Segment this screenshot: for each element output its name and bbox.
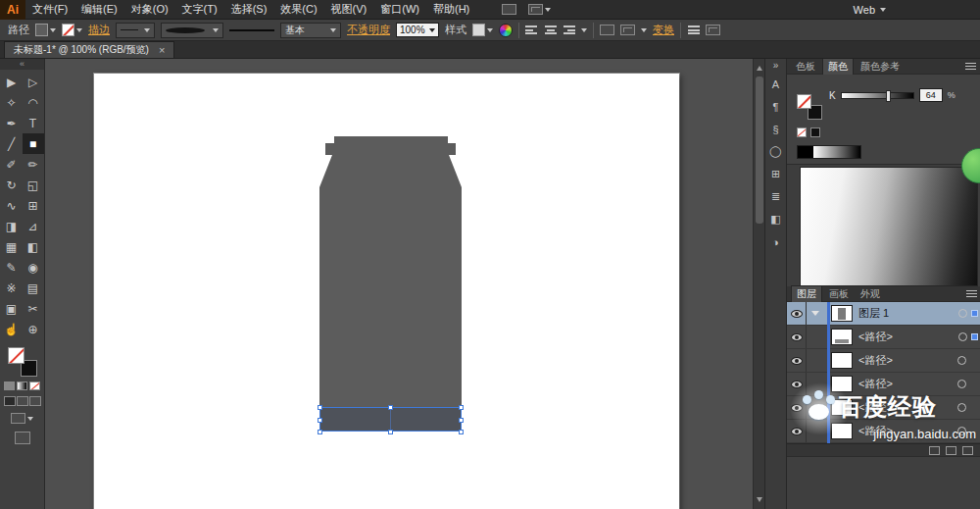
- paintbrush-tool[interactable]: ✐: [1, 154, 23, 175]
- pathfinder-panel-icon[interactable]: ◧: [766, 210, 786, 229]
- more-options-icon[interactable]: [706, 25, 720, 35]
- menu-type[interactable]: 文字(T): [175, 2, 224, 17]
- slider-handle[interactable]: [886, 90, 891, 102]
- magic-wand-tool[interactable]: ✧: [1, 92, 23, 113]
- rotate-tool[interactable]: ↻: [1, 175, 23, 195]
- transform-panel-link[interactable]: 变换: [653, 23, 674, 37]
- disclosure-triangle-icon[interactable]: [811, 311, 819, 320]
- tab-layers[interactable]: 图层: [791, 285, 822, 302]
- eyedropper-tool[interactable]: ✎: [1, 257, 23, 278]
- menu-file[interactable]: 文件(F): [25, 2, 74, 17]
- tab-color[interactable]: 颜色: [822, 58, 854, 75]
- hand-tool[interactable]: ☝: [1, 319, 23, 339]
- path-row[interactable]: <路径>: [787, 349, 980, 373]
- path-name[interactable]: <路径>: [858, 330, 893, 344]
- target-icon[interactable]: [957, 380, 966, 388]
- chevron-down-icon[interactable]: [641, 28, 647, 35]
- selection-indicator[interactable]: [971, 310, 978, 317]
- menu-select[interactable]: 选择(S): [224, 2, 274, 17]
- path-thumbnail[interactable]: [831, 352, 853, 369]
- rectangle-tool[interactable]: ■: [23, 133, 44, 154]
- scrollbar-thumb[interactable]: [756, 76, 763, 224]
- transform-panel-icon[interactable]: ⊞: [766, 165, 786, 183]
- visibility-toggle[interactable]: [787, 302, 807, 325]
- selected-rectangle[interactable]: [319, 407, 462, 432]
- glyphs-panel-icon[interactable]: §: [766, 120, 786, 138]
- shape-mode-icon[interactable]: [600, 25, 614, 35]
- path-row[interactable]: <路径>: [787, 326, 980, 349]
- fill-stroke-mini[interactable]: [797, 94, 822, 120]
- none-button[interactable]: [29, 382, 40, 390]
- opacity-field[interactable]: 100%: [396, 23, 439, 37]
- handle-bottom-right[interactable]: [459, 430, 464, 434]
- shape-builder-tool[interactable]: ◨: [1, 216, 23, 236]
- target-icon[interactable]: [957, 356, 966, 365]
- layer-row[interactable]: 图层 1: [787, 302, 980, 326]
- symbol-sprayer-tool[interactable]: ※: [1, 278, 23, 298]
- tab-artboards[interactable]: 画板: [824, 286, 854, 302]
- align-panel-icon[interactable]: ≣: [766, 187, 786, 206]
- selection-indicator[interactable]: [971, 333, 978, 340]
- style-dropdown[interactable]: [472, 24, 493, 36]
- gradient-tool[interactable]: ◧: [23, 236, 44, 257]
- visibility-toggle[interactable]: [787, 326, 807, 348]
- direct-selection-tool[interactable]: ▷: [23, 72, 44, 92]
- handle-top-left[interactable]: [318, 405, 322, 410]
- fill-box[interactable]: [797, 94, 811, 109]
- close-tab-icon[interactable]: ×: [159, 44, 165, 56]
- artboard[interactable]: [94, 74, 679, 509]
- zoom-tool[interactable]: ⊕: [23, 319, 44, 339]
- stroke-color-picker[interactable]: [62, 24, 82, 36]
- stroke-panel-link[interactable]: 描边: [88, 23, 110, 37]
- handle-middle-right[interactable]: [459, 418, 464, 423]
- align-right-icon[interactable]: [563, 25, 575, 35]
- handle-top-right[interactable]: [459, 405, 464, 410]
- k-slider[interactable]: [841, 92, 914, 99]
- menu-help[interactable]: 帮助(H): [426, 2, 476, 17]
- brush-definition-dropdown[interactable]: 基本: [280, 23, 341, 38]
- pathfinder-icon[interactable]: [620, 25, 635, 35]
- scroll-up-icon[interactable]: [757, 63, 762, 71]
- panel-menu-icon[interactable]: [965, 63, 976, 70]
- gray-gradient[interactable]: [813, 146, 860, 158]
- stroke-weight-dropdown[interactable]: [116, 23, 155, 38]
- tab-swatches[interactable]: 色板: [791, 59, 820, 75]
- target-icon[interactable]: [958, 309, 967, 318]
- artboard-tool[interactable]: ▣: [1, 298, 23, 319]
- make-mask-icon[interactable]: [929, 446, 940, 455]
- menu-effect[interactable]: 效果(C): [273, 2, 323, 17]
- screen-mode-button[interactable]: [0, 413, 44, 424]
- path-thumbnail[interactable]: [831, 329, 853, 345]
- tab-color-guide[interactable]: 颜色参考: [856, 59, 905, 75]
- character-panel-icon[interactable]: A: [766, 75, 786, 93]
- color-button[interactable]: [4, 382, 15, 390]
- grayscale-ramp[interactable]: [797, 145, 861, 159]
- draw-inside-icon[interactable]: [29, 396, 41, 406]
- blend-tool[interactable]: ◉: [23, 257, 44, 278]
- type-tool[interactable]: T: [23, 113, 44, 133]
- handle-bottom-center[interactable]: [388, 430, 393, 434]
- handle-top-center[interactable]: [388, 405, 393, 410]
- fill-color-picker[interactable]: [35, 24, 56, 36]
- layer-name[interactable]: 图层 1: [858, 306, 889, 321]
- draw-behind-icon[interactable]: [17, 396, 28, 406]
- recolor-artwork-icon[interactable]: [499, 24, 513, 37]
- visibility-toggle[interactable]: [787, 349, 807, 372]
- canvas[interactable]: [46, 59, 753, 509]
- path-name[interactable]: <路径>: [858, 353, 893, 368]
- width-profile-dropdown[interactable]: [161, 23, 223, 38]
- chevron-down-icon[interactable]: [581, 28, 587, 35]
- pencil-tool[interactable]: ✏: [23, 154, 44, 175]
- layer-thumbnail[interactable]: [831, 305, 853, 322]
- menu-edit[interactable]: 编辑(E): [74, 2, 124, 17]
- fill-stroke-indicator[interactable]: [8, 347, 37, 377]
- workspace-switcher[interactable]: Web: [854, 4, 886, 16]
- scale-tool[interactable]: ◱: [23, 175, 44, 195]
- bottle-shape[interactable]: [94, 74, 679, 509]
- menu-object[interactable]: 对象(O): [124, 2, 175, 17]
- lasso-tool[interactable]: ◠: [23, 92, 44, 113]
- line-segment-tool[interactable]: ╱: [1, 133, 23, 154]
- appearance-panel-icon[interactable]: ◯: [766, 142, 786, 161]
- black-end[interactable]: [798, 146, 813, 158]
- document-tab[interactable]: 未标题-1* @ 100% (RGB/预览) ×: [4, 41, 174, 58]
